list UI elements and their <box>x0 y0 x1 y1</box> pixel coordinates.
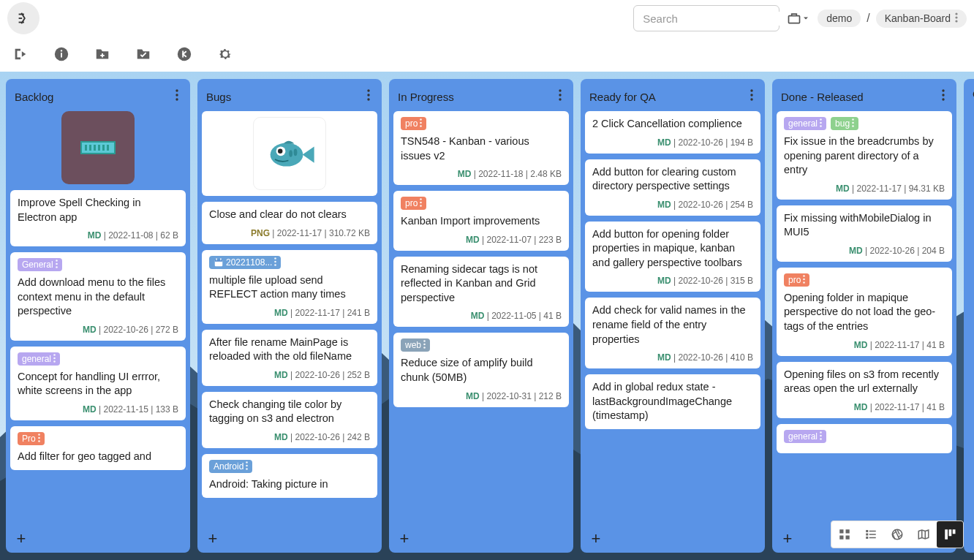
add-card-button[interactable]: + <box>778 529 797 548</box>
column-menu-button[interactable] <box>556 88 565 105</box>
tag[interactable]: Android <box>209 460 252 473</box>
kanban-card[interactable]: Check changing tile color by tagging on … <box>202 392 377 448</box>
column-cards: proTSN548 - Kanban - various issues v2MD… <box>393 111 569 526</box>
import-button[interactable] <box>174 44 195 64</box>
card-title: Check changing tile color by tagging on … <box>209 398 370 426</box>
kanban-card[interactable]: 2 Click Cancellation complienceMD | 2022… <box>585 111 760 154</box>
svg-point-17 <box>175 98 178 100</box>
tag[interactable]: 20221108... <box>209 256 281 269</box>
breadcrumb-root[interactable]: demo <box>818 10 861 27</box>
kanban-card[interactable]: 20221108...multiple file upload send REF… <box>202 250 377 324</box>
svg-point-20 <box>56 266 58 268</box>
kanban-card[interactable]: Add check for valid names in the rename … <box>585 298 760 368</box>
kanban-card[interactable]: webReduce size of amplify build chunk (5… <box>393 333 569 406</box>
breadcrumb-current[interactable]: Kanban-Board <box>876 10 967 28</box>
column-title: Done - Released <box>781 91 939 103</box>
column-menu-button[interactable] <box>364 88 373 105</box>
add-card-button[interactable]: + <box>586 529 605 548</box>
kanban-card[interactable]: generalConcept for handling UI errror, w… <box>10 347 186 420</box>
kanban-card[interactable]: Fix missing withMobileDialog in MUI5MD |… <box>777 205 952 262</box>
column-menu-button[interactable] <box>747 88 756 105</box>
card-title: Close and clear do not clears <box>209 208 370 222</box>
kanban-card[interactable]: After file rename MainPage is reloaded w… <box>202 330 377 386</box>
kanban-card[interactable]: Add in global redux state - lastBackgrou… <box>585 374 760 429</box>
tag[interactable]: pro <box>784 273 809 287</box>
kanban-board[interactable]: Backlog Improve Spell Checking in Electr… <box>0 72 974 560</box>
column-menu-button[interactable] <box>173 88 181 105</box>
kanban-column: In Progress proTSN548 - Kanban - various… <box>389 79 573 553</box>
tag[interactable]: general <box>784 117 826 130</box>
kanban-card[interactable]: Improve Spell Checking in Electron appMD… <box>10 190 186 246</box>
card-title: Concept for handling UI errror, white sc… <box>18 370 178 398</box>
svg-rect-77 <box>839 536 843 540</box>
tag[interactable]: pro <box>401 117 426 130</box>
kanban-card[interactable]: Renaming sidecar tags is not reflected i… <box>393 257 569 328</box>
tag[interactable]: pro <box>401 197 426 210</box>
add-card-button[interactable]: + <box>203 529 222 548</box>
tag[interactable]: General <box>18 258 62 271</box>
column-cards: generalbugFix issue in the breadcrumbs b… <box>777 111 952 526</box>
card-thumbnail[interactable] <box>10 111 186 184</box>
kanban-card[interactable]: proTSN548 - Kanban - various issues v2MD… <box>393 111 569 185</box>
search-box[interactable] <box>633 5 779 31</box>
card-title: Add in global redux state - lastBackgrou… <box>592 380 753 423</box>
kanban-card[interactable]: proKanban Import improvementsMD | 2022-1… <box>393 191 569 251</box>
search-input[interactable] <box>641 12 783 26</box>
folder-check-button[interactable] <box>133 44 154 64</box>
card-title: Add button for opening folder properties… <box>592 227 753 270</box>
add-card-button[interactable]: + <box>12 529 31 548</box>
tag[interactable]: Pro <box>18 432 45 445</box>
tag[interactable]: bug <box>831 117 858 130</box>
import-icon <box>176 46 192 62</box>
list-view-button[interactable] <box>858 521 884 548</box>
card-meta: MD | 2022-10-26 | 272 B <box>18 325 178 335</box>
kanban-card[interactable]: Close and clear do not clearsPNG | 2022-… <box>202 202 377 244</box>
tag[interactable]: general <box>18 352 60 366</box>
column-header: Backlog <box>10 83 186 111</box>
toggle-sidebar-button[interactable] <box>10 44 31 64</box>
new-folder-button[interactable] <box>92 44 113 64</box>
tag[interactable]: general <box>784 430 826 443</box>
card-meta: MD | 2022-10-26 | 410 B <box>592 352 753 363</box>
card-meta: MD | 2022-11-05 | 41 B <box>401 311 562 321</box>
kanban-card[interactable]: proOpening folder in mapique perspective… <box>777 268 952 356</box>
card-title: Add download menu to the files context m… <box>18 276 178 319</box>
list-icon <box>864 528 877 541</box>
kanban-card[interactable]: AndroidAndroid: Taking picture in <box>202 454 377 498</box>
svg-rect-79 <box>866 530 868 532</box>
kanban-card[interactable]: generalbugFix issue in the breadcrumbs b… <box>777 111 952 200</box>
more-icon[interactable] <box>955 12 958 25</box>
tag[interactable]: web <box>401 338 430 352</box>
svg-point-19 <box>56 263 58 265</box>
info-button[interactable] <box>51 44 72 64</box>
card-meta: MD | 2022-11-07 | 223 B <box>401 235 562 245</box>
gallery-view-button[interactable] <box>884 521 910 548</box>
settings-button[interactable] <box>215 44 235 64</box>
svg-point-47 <box>559 98 561 100</box>
gear-icon <box>217 46 233 62</box>
svg-point-63 <box>820 118 822 121</box>
svg-rect-78 <box>846 536 850 540</box>
kanban-card[interactable]: Opening files on s3 from recently areas … <box>777 362 952 418</box>
menu-button[interactable] <box>7 2 39 34</box>
kanban-view-button[interactable] <box>937 521 963 548</box>
svg-point-60 <box>942 89 944 91</box>
svg-rect-81 <box>866 534 868 536</box>
location-chooser[interactable] <box>785 5 812 31</box>
column-cards: Improve Spell Checking in Electron appMD… <box>10 111 186 526</box>
map-view-button[interactable] <box>910 521 937 548</box>
card-thumbnail[interactable] <box>202 111 377 196</box>
add-card-button[interactable]: + <box>395 529 414 548</box>
kanban-card[interactable]: ProAdd filter for geo tagged and <box>10 426 186 470</box>
kanban-card[interactable]: general <box>777 424 952 453</box>
kanban-card[interactable]: Add button for opening folder properties… <box>585 222 760 292</box>
menu-icon <box>15 10 31 26</box>
grid-view-button[interactable] <box>831 521 858 548</box>
kanban-card[interactable]: GeneralAdd download menu to the files co… <box>10 252 186 341</box>
svg-rect-37 <box>216 258 217 260</box>
kanban-card[interactable]: Add button for clearing custom directory… <box>585 159 760 216</box>
svg-point-52 <box>420 202 423 204</box>
column-menu-button[interactable] <box>939 88 948 105</box>
svg-rect-83 <box>866 537 868 539</box>
column-footer: + <box>393 526 569 548</box>
